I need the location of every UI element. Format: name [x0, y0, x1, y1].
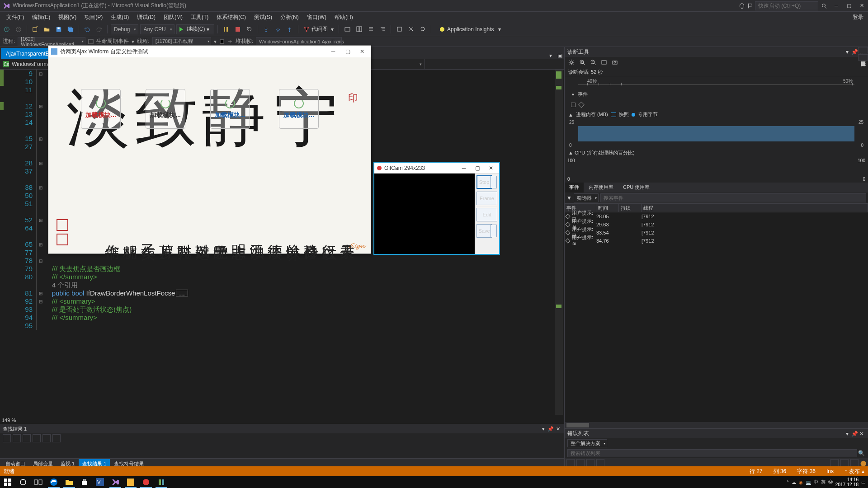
- filter-combo[interactable]: 筛选器: [574, 193, 599, 202]
- restart-icon[interactable]: [245, 24, 255, 34]
- menu-view[interactable]: 视图(V): [55, 12, 80, 23]
- maximize-button[interactable]: ▢: [843, 1, 855, 11]
- tb-visio[interactable]: V: [92, 476, 108, 488]
- new-project-icon[interactable]: [30, 24, 40, 34]
- tb2-b[interactable]: [219, 39, 225, 44]
- ft-btn-5[interactable]: [42, 434, 51, 442]
- menu-help[interactable]: 帮助(H): [331, 12, 357, 23]
- stop-icon[interactable]: [233, 24, 243, 34]
- gifcam-max[interactable]: ▢: [472, 164, 483, 172]
- tb-explorer[interactable]: [61, 476, 77, 488]
- menu-project[interactable]: 项目(P): [81, 12, 106, 23]
- step-out-icon[interactable]: [285, 24, 295, 34]
- app-insights-button[interactable]: Application Insights ▾: [437, 24, 504, 34]
- menu-file[interactable]: 文件(F): [3, 12, 28, 23]
- collapse-icon[interactable]: ▲: [568, 112, 573, 117]
- gifcam-stop-button[interactable]: Stop: [476, 175, 492, 189]
- tb-extra-5[interactable]: [394, 24, 404, 34]
- diag-hscroll[interactable]: [565, 422, 868, 428]
- collapse-icon[interactable]: ▲: [568, 150, 573, 155]
- tb-gifcam[interactable]: [138, 476, 154, 488]
- diag-tab-cpu[interactable]: CPU 使用率: [618, 183, 654, 192]
- err-scope-combo[interactable]: 整个解决方案: [567, 439, 607, 447]
- ft-btn-4[interactable]: [33, 434, 41, 442]
- gifcam-preview[interactable]: [374, 174, 475, 254]
- ft-btn-6[interactable]: [52, 434, 61, 442]
- diag-tool-zoom-out[interactable]: [589, 58, 597, 66]
- menu-test[interactable]: 测试(S): [250, 12, 276, 23]
- continue-button[interactable]: 继续(C) ▾: [176, 24, 214, 34]
- diag-tab-events[interactable]: 事件: [565, 183, 584, 192]
- diag-search-input[interactable]: [600, 193, 866, 202]
- diag-row[interactable]: 用户提示: 已...33.54[7912: [565, 229, 868, 237]
- diag-tab-memory[interactable]: 内存使用率: [584, 183, 618, 192]
- load-btn-4[interactable]: 加载模块...: [283, 111, 314, 119]
- gifcam-close[interactable]: ✕: [486, 164, 496, 172]
- menu-tools[interactable]: 工具(T): [187, 12, 212, 23]
- minimize-button[interactable]: ─: [830, 1, 843, 11]
- load-btn-2[interactable]: 加载模块...: [150, 111, 181, 119]
- sign-in-link[interactable]: 登录: [853, 14, 868, 21]
- gifcam-save-button[interactable]: Save: [476, 224, 492, 238]
- diag-tool-settings[interactable]: [567, 58, 576, 66]
- tb-extra-3[interactable]: [366, 24, 376, 34]
- menu-build[interactable]: 生成(B): [107, 12, 132, 23]
- gifcam-min[interactable]: ─: [458, 164, 469, 172]
- col-dur[interactable]: 持续时...: [619, 204, 642, 212]
- tray-ime1[interactable]: 中: [814, 479, 818, 485]
- tabs-dropdown[interactable]: ▾: [546, 52, 555, 59]
- code-map-button[interactable]: 代码图 ▾: [302, 24, 335, 34]
- notification-icon[interactable]: [739, 3, 745, 9]
- diag-row[interactable]: 用户提示: 单...29.63[7912: [565, 221, 868, 229]
- collapse-icon[interactable]: ▲: [571, 92, 575, 96]
- cortana-icon[interactable]: [15, 476, 31, 488]
- gifcam-edit-button[interactable]: Edit: [476, 208, 497, 221]
- diag-dropdown[interactable]: ▾: [844, 49, 851, 55]
- vtab-team-explorer[interactable]: 团队资源管理器: [858, 54, 868, 61]
- tb-extra-2[interactable]: [354, 24, 364, 34]
- filter-icon[interactable]: ▼: [566, 195, 572, 201]
- nav-back-icon[interactable]: [2, 24, 12, 34]
- err-search-input[interactable]: [567, 449, 857, 457]
- config-combo[interactable]: Debug: [111, 24, 138, 34]
- menu-edit[interactable]: 编辑(E): [28, 12, 54, 23]
- step-into-icon[interactable]: [261, 24, 271, 34]
- save-all-icon[interactable]: [66, 24, 75, 34]
- tb-app1[interactable]: [123, 476, 138, 488]
- tray-ime2[interactable]: 英: [821, 479, 826, 485]
- ft-btn-3[interactable]: [23, 434, 31, 442]
- col-thread[interactable]: 线程: [642, 204, 868, 212]
- menu-team[interactable]: 团队(M): [160, 12, 186, 23]
- process-combo[interactable]: [1620] WindowsFormsApplicati: [18, 37, 85, 46]
- ft-btn-1[interactable]: [3, 434, 11, 442]
- err-pin[interactable]: 📌: [851, 431, 858, 437]
- save-icon[interactable]: [54, 24, 64, 34]
- flag-icon[interactable]: [747, 3, 753, 9]
- tray-clock[interactable]: 14:162017-12-18: [835, 477, 859, 487]
- tb-edge[interactable]: [46, 476, 61, 488]
- tb-extra-1[interactable]: [342, 24, 352, 34]
- winform-close[interactable]: ✕: [356, 47, 368, 56]
- nav-fwd-icon[interactable]: [14, 24, 24, 34]
- diag-tool-zoom-in[interactable]: [578, 58, 586, 66]
- diag-tool-reset[interactable]: [600, 58, 608, 66]
- diag-row[interactable]: 用户提示: 单...34.76[7912: [565, 237, 868, 245]
- lifecycle-icon[interactable]: [88, 39, 94, 44]
- thread-combo[interactable]: [11788] 工作线程: [152, 37, 211, 46]
- vtab-solution-explorer[interactable]: 解决方案资源管理器: [858, 47, 868, 53]
- quick-launch-input[interactable]: [755, 1, 818, 10]
- tb-app2[interactable]: [154, 476, 169, 488]
- err-dropdown[interactable]: ▾: [844, 431, 851, 437]
- open-icon[interactable]: [42, 24, 52, 34]
- diag-ruler[interactable]: 40秒 50秒: [565, 77, 868, 89]
- tb-extra-4[interactable]: [377, 24, 387, 34]
- cpu-chart[interactable]: 100100 00: [565, 157, 868, 183]
- gifcam-frame-button[interactable]: Frame: [476, 192, 497, 205]
- search-icon[interactable]: [821, 3, 827, 9]
- tb-extra-7[interactable]: [418, 24, 428, 34]
- task-view-icon[interactable]: [31, 476, 46, 488]
- menu-window[interactable]: 窗口(W): [303, 12, 330, 23]
- search-icon[interactable]: 🔍: [857, 449, 865, 457]
- tray-onedrive-icon[interactable]: ☁: [792, 480, 796, 485]
- tray-network-icon[interactable]: 💻: [806, 480, 811, 485]
